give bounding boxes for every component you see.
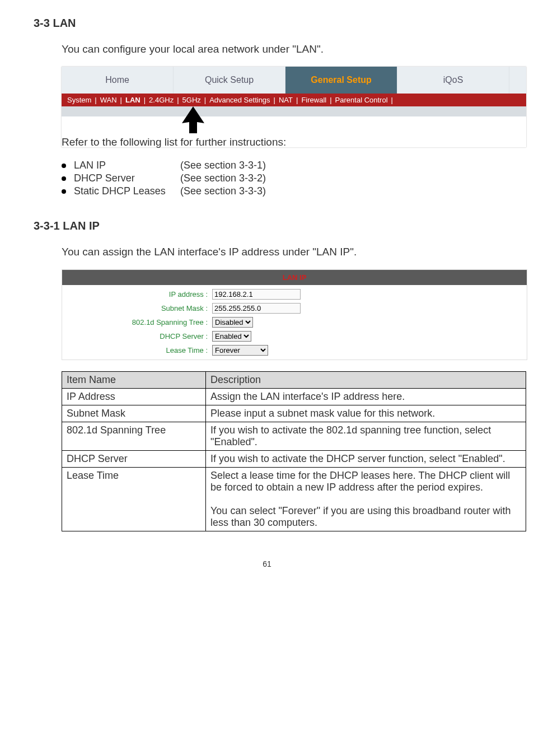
table-header-desc: Description	[206, 372, 526, 389]
cell-desc: Select a lease time for the DHCP leases …	[206, 468, 526, 531]
subnet-mask-label: Subnet Mask :	[62, 304, 212, 312]
cell-item: IP Address	[62, 389, 206, 405]
sub-parental[interactable]: Parental Control	[335, 96, 388, 104]
ip-address-label: IP address :	[62, 290, 212, 298]
table-row: 802.1d Spanning Tree If you wish to acti…	[62, 422, 526, 451]
intro-text: You can configure your local area networ…	[62, 43, 500, 55]
sub-advanced[interactable]: Advanced Settings	[209, 96, 270, 104]
spanning-tree-select[interactable]: Disabled	[212, 317, 253, 328]
sub-system[interactable]: System	[67, 96, 91, 104]
subsection-intro: You can assign the LAN interface's IP ad…	[62, 246, 500, 258]
bullet-static-dhcp: Static DHCP Leases (See section 3-3-3)	[62, 185, 500, 197]
sub-wan[interactable]: WAN	[100, 96, 117, 104]
bullet-ref: (See section 3-3-2)	[180, 172, 266, 184]
ip-address-input[interactable]	[212, 289, 301, 300]
subnet-mask-input[interactable]	[212, 303, 301, 314]
cell-desc: If you wish to activate the 802.1d spann…	[206, 422, 526, 451]
bullet-label: DHCP Server	[74, 172, 180, 184]
svg-marker-0	[182, 106, 204, 133]
cell-item: Subnet Mask	[62, 405, 206, 422]
sub-lan[interactable]: LAN	[125, 96, 140, 104]
bullet-icon	[62, 189, 66, 194]
tab-home[interactable]: Home	[62, 67, 174, 94]
cell-item: DHCP Server	[62, 451, 206, 468]
table-row: DHCP Server If you wish to activate the …	[62, 451, 526, 468]
bullet-icon	[62, 164, 66, 168]
cell-item: 802.1d Spanning Tree	[62, 422, 206, 451]
tab-overflow	[509, 67, 526, 94]
pointer-arrow-icon	[179, 106, 207, 134]
tab-general-setup[interactable]: General Setup	[285, 67, 397, 94]
sub-24ghz[interactable]: 2.4GHz	[149, 96, 174, 104]
bullet-lan-ip: LAN IP (See section 3-3-1)	[62, 160, 500, 171]
spanning-tree-label: 802.1d Spanning Tree :	[62, 318, 212, 326]
lan-ip-panel-title: LAN IP	[62, 270, 527, 285]
tab-quick-setup[interactable]: Quick Setup	[174, 67, 285, 94]
refer-text: Refer to the following list for further …	[62, 136, 500, 148]
tab-iqos[interactable]: iQoS	[397, 67, 509, 94]
dhcp-server-label: DHCP Server :	[62, 332, 212, 340]
page-number: 61	[34, 559, 500, 568]
sub-nav: System | WAN | LAN | 2.4GHz | 5GHz | Adv…	[62, 94, 526, 106]
cell-desc: Please input a subnet mask value for thi…	[206, 405, 526, 422]
cell-desc: If you wish to activate the DHCP server …	[206, 451, 526, 468]
dhcp-server-select[interactable]: Enabled	[212, 331, 251, 342]
bullet-ref: (See section 3-3-3)	[180, 185, 266, 197]
lease-time-label: Lease Time :	[62, 346, 212, 354]
lan-ip-panel: LAN IP IP address : Subnet Mask : 802.1d…	[62, 269, 527, 360]
bullet-ref: (See section 3-3-1)	[180, 160, 266, 171]
sub-5ghz[interactable]: 5GHz	[182, 96, 201, 104]
section-heading: 3-3 LAN	[34, 17, 500, 30]
table-row: Lease Time Select a lease time for the D…	[62, 468, 526, 531]
bullet-list: LAN IP (See section 3-3-1) DHCP Server (…	[62, 160, 500, 197]
bullet-icon	[62, 176, 66, 181]
lease-time-select[interactable]: Forever	[212, 345, 268, 356]
table-header-item: Item Name	[62, 372, 206, 389]
table-row: Subnet Mask Please input a subnet mask v…	[62, 405, 526, 422]
table-row: IP Address Assign the LAN interface's IP…	[62, 389, 526, 405]
bullet-label: Static DHCP Leases	[74, 185, 180, 197]
cell-item: Lease Time	[62, 468, 206, 531]
subsection-heading: 3-3-1 LAN IP	[34, 220, 500, 232]
sub-nat[interactable]: NAT	[279, 96, 293, 104]
sub-firewall[interactable]: Firewall	[301, 96, 326, 104]
bullet-label: LAN IP	[74, 160, 180, 171]
bullet-dhcp-server: DHCP Server (See section 3-3-2)	[62, 172, 500, 184]
cell-desc: Assign the LAN interface's IP address he…	[206, 389, 526, 405]
nav-screenshot: Home Quick Setup General Setup iQoS Syst…	[62, 67, 526, 147]
description-table: Item Name Description IP Address Assign …	[62, 371, 526, 531]
